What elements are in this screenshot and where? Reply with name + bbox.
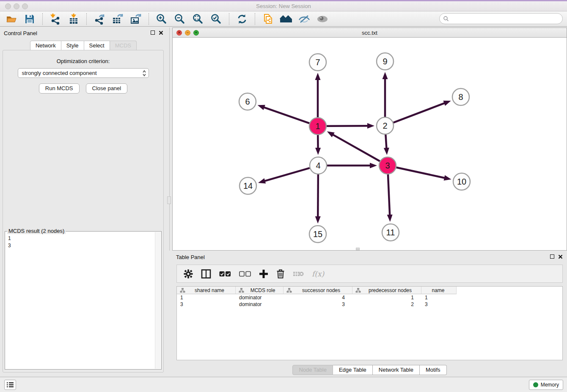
float-table-panel-icon[interactable]	[550, 254, 554, 259]
graph-node-14[interactable]: 14	[239, 177, 256, 194]
close-panel-button[interactable]: Close panel	[86, 83, 128, 94]
tab-style[interactable]: Style	[61, 41, 84, 51]
mcds-result-box: MCDS result (2 nodes) 1 3	[5, 231, 162, 370]
network-graph[interactable]: 7968124314101511	[173, 38, 567, 250]
tab-motifs[interactable]: Motifs	[420, 365, 447, 375]
close-panel-icon[interactable]	[159, 30, 163, 35]
table-cell[interactable]: 1	[421, 294, 457, 301]
mcds-result-text[interactable]: 1 3	[6, 233, 154, 369]
hide-selected-eye-icon[interactable]	[298, 13, 311, 25]
task-history-button[interactable]	[4, 380, 16, 390]
graph-edge-4-15[interactable]	[318, 174, 318, 218]
zoom-in-icon[interactable]	[155, 13, 168, 25]
column-header-successor-nodes[interactable]: successor nodes	[284, 287, 352, 294]
mcds-result-scrollbar[interactable]	[155, 232, 161, 369]
column-header-shared-name[interactable]: shared name	[177, 287, 236, 294]
copy-current-view-icon[interactable]	[261, 13, 274, 25]
tab-network[interactable]: Network	[30, 41, 61, 51]
tab-node-table[interactable]: Node Table	[292, 365, 333, 375]
graph-edge-2-3[interactable]	[385, 135, 386, 149]
node-table[interactable]: shared nameMCDS rolesuccessor nodesprede…	[176, 286, 563, 360]
delete-table-icon[interactable]	[293, 271, 304, 277]
import-network-icon[interactable]	[49, 13, 62, 25]
graph-edge-3-1[interactable]	[332, 134, 380, 161]
column-tree-icon	[355, 288, 361, 293]
save-session-icon[interactable]	[23, 13, 36, 25]
select-all-checkboxes-icon[interactable]	[219, 271, 231, 277]
table-cell[interactable]: 3	[177, 301, 236, 308]
horizontal-splitter-handle[interactable]	[356, 248, 360, 250]
graph-node-11[interactable]: 11	[382, 224, 399, 241]
graph-node-6[interactable]: 6	[239, 93, 256, 110]
network-canvas[interactable]: 7968124314101511	[173, 38, 567, 250]
column-header-predecessor-nodes[interactable]: predecessor nodes	[352, 287, 421, 294]
graph-node-2[interactable]: 2	[377, 117, 394, 134]
svg-text:9: 9	[383, 57, 387, 66]
settings-gear-icon[interactable]	[184, 269, 193, 279]
table-tab-bar: Node TableEdge TableNetwork TableMotifs	[172, 365, 567, 375]
function-builder-icon[interactable]: f(x)	[312, 270, 324, 278]
export-image-icon[interactable]	[129, 13, 142, 25]
graph-edge-1-6[interactable]	[263, 107, 309, 123]
column-header-MCDS-role[interactable]: MCDS role	[236, 287, 284, 294]
graph-node-3[interactable]: 3	[379, 157, 396, 174]
memory-button[interactable]: Memory	[529, 380, 563, 390]
zoom-out-icon[interactable]	[173, 13, 186, 25]
table-cell[interactable]: 2	[352, 301, 421, 308]
float-panel-icon[interactable]	[151, 30, 155, 35]
graph-edge-3-11[interactable]	[388, 174, 390, 216]
export-network-icon[interactable]	[93, 13, 106, 25]
column-header-name[interactable]: name	[421, 287, 457, 294]
graph-edge-3-10[interactable]	[396, 167, 446, 178]
import-table-icon[interactable]	[67, 13, 80, 25]
network-window-titlebar[interactable]: ✕ − + scc.txt	[173, 28, 567, 38]
graph-edge-arrow-3-10	[444, 175, 451, 181]
table-row[interactable]: 3dominator323	[177, 301, 562, 308]
zoom-selected-icon[interactable]	[210, 13, 223, 25]
graph-edge-1-2[interactable]	[327, 126, 369, 126]
graph-edge-arrow-1-6	[258, 105, 265, 110]
table-cell[interactable]: dominator	[236, 294, 284, 301]
first-neighbors-home-icon[interactable]	[280, 13, 292, 25]
optimization-criterion-select[interactable]: strongly connected component	[18, 68, 149, 78]
table-cell[interactable]: 1	[352, 294, 421, 301]
export-table-icon[interactable]	[111, 13, 124, 25]
graph-edge-4-14[interactable]	[264, 168, 309, 181]
delete-column-icon[interactable]	[276, 269, 285, 279]
open-session-icon[interactable]	[5, 13, 18, 25]
vertical-splitter-handle[interactable]	[167, 196, 171, 204]
graph-edge-arrow-3-11	[387, 215, 393, 222]
search-box[interactable]	[439, 13, 563, 24]
deselect-all-checkboxes-icon[interactable]	[239, 271, 251, 277]
column-tree-icon	[286, 288, 292, 293]
table-cell[interactable]: 3	[284, 301, 352, 308]
zoom-fit-icon[interactable]	[192, 13, 204, 25]
svg-text:14: 14	[243, 181, 253, 190]
close-table-panel-icon[interactable]	[558, 254, 563, 259]
graph-node-7[interactable]: 7	[309, 54, 326, 71]
graph-edge-2-8[interactable]	[394, 103, 446, 123]
add-column-icon[interactable]	[259, 269, 268, 279]
vertical-splitter[interactable]	[169, 28, 170, 251]
refresh-icon[interactable]	[236, 13, 248, 25]
tab-edge-table[interactable]: Edge Table	[333, 365, 373, 375]
table-cell[interactable]: 4	[284, 294, 352, 301]
graph-node-1[interactable]: 1	[309, 118, 326, 135]
graph-node-10[interactable]: 10	[453, 173, 470, 190]
table-cell[interactable]: 3	[421, 301, 457, 308]
graph-node-9[interactable]: 9	[377, 53, 394, 70]
graph-node-8[interactable]: 8	[452, 88, 469, 105]
graph-node-4[interactable]: 4	[310, 157, 327, 174]
search-input[interactable]	[451, 14, 562, 23]
tab-select[interactable]: Select	[84, 41, 110, 51]
table-row[interactable]: 1dominator411	[177, 294, 562, 301]
tab-network-table[interactable]: Network Table	[373, 365, 420, 375]
graph-node-15[interactable]: 15	[309, 226, 326, 243]
table-cell[interactable]: 1	[177, 294, 236, 301]
table-cell[interactable]: dominator	[236, 301, 284, 308]
run-mcds-button[interactable]: Run MCDS	[39, 83, 80, 94]
tab-mcds[interactable]: MCDS	[110, 41, 137, 51]
show-all-eye-icon[interactable]	[316, 13, 329, 25]
column-layout-icon[interactable]	[201, 269, 211, 279]
graph-edge-arrow-1-7	[315, 73, 321, 80]
